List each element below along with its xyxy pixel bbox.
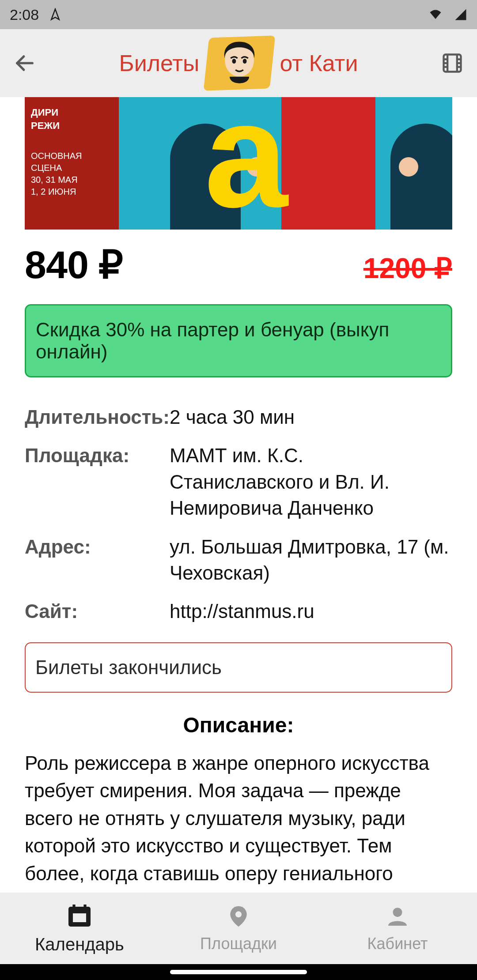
description-heading: Описание: — [25, 713, 452, 737]
nav-calendar[interactable]: Календарь — [0, 893, 159, 964]
android-navbar — [0, 964, 477, 980]
bottom-nav: Календарь Площадки Кабинет — [0, 893, 477, 964]
soldout-banner: Билеты закончились — [25, 642, 452, 693]
svg-point-17 — [235, 911, 242, 917]
film-button[interactable] — [436, 47, 468, 79]
row-venue: Площадка: МАМТ им. К.С. Станиславского и… — [25, 436, 452, 527]
wifi-icon — [427, 8, 444, 21]
nav-account[interactable]: Кабинет — [318, 893, 477, 964]
home-pill[interactable] — [170, 970, 307, 974]
map-pin-icon — [226, 904, 251, 933]
event-poster: а ДИРИ РЕЖИ ОСНОВНАЯ СЦЕНА 30, 31 МАЯ 1,… — [25, 97, 452, 230]
title-left: Билеты — [119, 50, 200, 76]
site-link[interactable]: http://stanmus.ru — [170, 598, 452, 624]
nav-venues[interactable]: Площадки — [159, 893, 318, 964]
app-title: Билеты от Кати — [41, 37, 436, 90]
row-duration: Длительность: 2 часа 30 мин — [25, 398, 452, 436]
status-time: 2:08 — [10, 6, 39, 23]
duration-label: Длительность: — [25, 404, 165, 430]
venue-value: МАМТ им. К.С. Станиславского и Вл. И. Не… — [170, 442, 452, 521]
price-current: 840 ₽ — [25, 242, 123, 287]
svg-point-18 — [393, 908, 402, 917]
svg-rect-14 — [72, 912, 87, 923]
price-old: 1200 ₽ — [363, 252, 452, 285]
price-bar: 840 ₽ 1200 ₽ — [0, 230, 477, 292]
svg-point-2 — [232, 59, 236, 64]
svg-point-3 — [243, 59, 247, 64]
nav-venues-label: Площадки — [200, 935, 277, 953]
details-table: Длительность: 2 часа 30 мин Площадка: МА… — [0, 390, 477, 631]
address-value: ул. Большая Дмитровка, 17 (м. Чеховская) — [170, 534, 452, 586]
site-label: Сайт: — [25, 598, 165, 624]
description-p1: Роль режиссера в жанре оперного искусств… — [25, 750, 452, 893]
back-button[interactable] — [9, 47, 41, 79]
location-icon — [49, 8, 62, 21]
calendar-icon — [66, 902, 93, 933]
discount-banner: Скидка 30% на партер и бенуар (выкуп онл… — [25, 304, 452, 377]
row-site: Сайт: http://stanmus.ru — [25, 592, 452, 630]
appbar: Билеты от Кати — [0, 29, 477, 97]
poster-text-2: ОСНОВНАЯ СЦЕНА 30, 31 МАЯ 1, 2 ИЮНЯ — [31, 150, 82, 198]
duration-value: 2 часа 30 мин — [170, 404, 452, 430]
title-right: от Кати — [280, 50, 358, 76]
venue-label: Площадка: — [25, 442, 165, 521]
row-address: Адрес: ул. Большая Дмитровка, 17 (м. Чех… — [25, 528, 452, 592]
poster-text-1: ДИРИ РЕЖИ — [31, 106, 60, 132]
nav-account-label: Кабинет — [367, 935, 428, 953]
address-label: Адрес: — [25, 534, 165, 586]
signal-icon — [454, 8, 467, 21]
description: Описание: Роль режиссера в жанре оперног… — [0, 704, 477, 893]
nav-calendar-label: Календарь — [35, 935, 124, 954]
content[interactable]: а ДИРИ РЕЖИ ОСНОВНАЯ СЦЕНА 30, 31 МАЯ 1,… — [0, 97, 477, 893]
statusbar: 2:08 — [0, 0, 477, 29]
person-icon — [385, 904, 410, 933]
logo-icon — [206, 37, 273, 90]
